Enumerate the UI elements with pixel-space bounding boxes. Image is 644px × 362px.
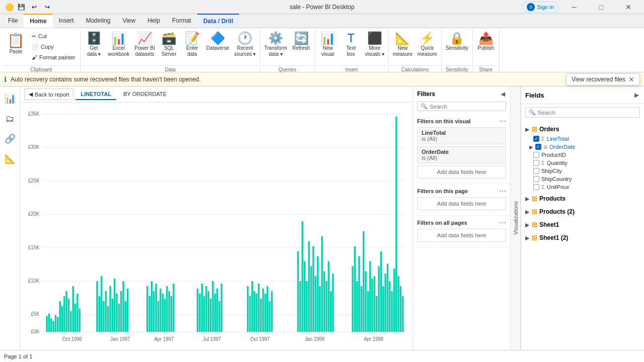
add-data-all-pages-btn[interactable]: Add data fields here: [417, 229, 506, 242]
dataverse-btn[interactable]: 🔷 Dataverse: [204, 31, 231, 64]
sidebar-data-icon[interactable]: 🗂: [2, 111, 18, 127]
sidebar-model-icon[interactable]: 🔗: [2, 131, 18, 147]
svg-rect-66: [210, 299, 211, 332]
field-item-quantity[interactable]: Σ Quantity: [521, 159, 644, 167]
sensitivity-btn[interactable]: 🔒 Sensitivity: [444, 31, 470, 64]
svg-rect-32: [96, 281, 98, 332]
tab-format[interactable]: Format: [166, 14, 197, 28]
orders-table-icon: ⊞: [531, 125, 537, 133]
back-to-report-btn[interactable]: ◀ Back to report: [24, 88, 73, 100]
chart-tabs: ◀ Back to report LINETOTAL BY ORDERDATE: [20, 86, 413, 103]
tab-file[interactable]: File: [2, 14, 24, 28]
quick-measure-btn[interactable]: ⚡ Quickmeasure: [416, 31, 439, 64]
enter-data-btn[interactable]: 📝 Enterdata: [181, 31, 203, 64]
visual-filters-more-btn[interactable]: ⋯: [499, 117, 506, 125]
close-btn[interactable]: ✕: [617, 0, 640, 14]
field-group-sheet1-header[interactable]: ▶ ⊞ Sheet1: [521, 219, 644, 230]
info-icon: ℹ: [4, 75, 7, 83]
field-group-sheet1-2-header[interactable]: ▶ ⊞ Sheet1 (2): [521, 232, 644, 243]
redo-btn[interactable]: ↪: [41, 1, 53, 13]
restore-btn[interactable]: □: [590, 0, 613, 14]
tab-view[interactable]: View: [116, 14, 141, 28]
field-group-orders-header[interactable]: ▶ ⊞ Orders: [521, 124, 644, 135]
field-item-linetotal[interactable]: ✓ Σ LineTotal: [521, 135, 644, 143]
tab-data-drill[interactable]: Data / Drill: [197, 14, 239, 28]
sign-in-button[interactable]: S Sign in: [522, 2, 558, 13]
svg-rect-65: [208, 291, 209, 332]
add-data-page-btn[interactable]: Add data fields here: [417, 197, 506, 210]
svg-text:Apr 1997: Apr 1997: [154, 336, 174, 342]
svg-rect-17: [48, 314, 50, 332]
all-pages-filters-more-btn[interactable]: ⋯: [499, 219, 506, 227]
publish-btn[interactable]: 📤 Publish: [475, 31, 497, 64]
chart-tab-linetotal[interactable]: LINETOTAL: [75, 89, 116, 100]
field-item-unitprice[interactable]: Σ UnitPrice: [521, 183, 644, 191]
new-measure-btn[interactable]: 📐 Newmeasure: [391, 31, 415, 64]
svg-text:Jul 1997: Jul 1997: [203, 336, 221, 342]
get-data-btn[interactable]: 🗄️ Getdata ▾: [83, 31, 105, 64]
chart-tab-by-orderdate[interactable]: BY ORDERDATE: [118, 89, 172, 100]
ribbon-tabs: File Home Insert Modeling View Help Form…: [0, 14, 644, 28]
field-item-productid[interactable]: ProductID: [521, 151, 644, 159]
tab-insert[interactable]: Insert: [53, 14, 80, 28]
filter-item-orderdate[interactable]: OrderDate is (All): [417, 146, 506, 163]
svg-rect-70: [218, 301, 220, 332]
minimize-btn[interactable]: ─: [562, 0, 586, 14]
cut-btn[interactable]: ✂ Cut: [29, 31, 78, 41]
tab-modeling[interactable]: Modeling: [80, 14, 117, 28]
status-bar: Page 1 of 1: [0, 350, 644, 362]
svg-rect-84: [297, 251, 299, 332]
field-item-shipcountry[interactable]: ShipCountry: [521, 175, 644, 183]
svg-text:Oct 1997: Oct 1997: [250, 336, 270, 342]
filters-search-icon: 🔍: [421, 103, 428, 110]
transform-data-btn[interactable]: ⚙️ Transformdata ▾: [262, 31, 289, 64]
format-painter-btn[interactable]: 🖌 Format painter: [29, 52, 78, 62]
svg-rect-51: [155, 284, 156, 332]
add-data-visual-btn[interactable]: Add data fields here: [417, 165, 506, 178]
svg-rect-55: [164, 299, 166, 332]
tab-help[interactable]: Help: [141, 14, 166, 28]
text-box-btn[interactable]: T Textbox: [340, 31, 362, 64]
excel-workbook-btn[interactable]: 📊 Excelworkbook: [106, 31, 132, 64]
field-group-products2-header[interactable]: ▶ ⊞ Products (2): [521, 206, 644, 217]
filters-collapse-btn[interactable]: ◀: [500, 89, 506, 99]
filters-title: Filters: [417, 90, 435, 98]
paste-btn[interactable]: 📋 Paste: [4, 31, 28, 64]
sidebar-report-icon[interactable]: 📊: [2, 90, 18, 107]
page-filters-more-btn[interactable]: ⋯: [499, 187, 506, 195]
more-visuals-btn[interactable]: ⬛ Morevisuals ▾: [363, 31, 386, 64]
shipcountry-label: ShipCountry: [541, 176, 572, 182]
filter-item-linetotal[interactable]: LineTotal is (All): [417, 127, 506, 144]
sheet1-label: Sheet1: [539, 221, 559, 228]
svg-rect-97: [326, 281, 327, 332]
left-sidebar: 📊 🗂 🔗 📐: [0, 86, 20, 350]
fields-search-input[interactable]: [538, 110, 636, 116]
tab-home[interactable]: Home: [24, 14, 52, 28]
fields-collapse-btn[interactable]: ▶: [633, 90, 640, 100]
new-visual-btn[interactable]: 📊 Newvisual: [317, 31, 339, 64]
refresh-btn[interactable]: 🔄 Refresh: [290, 31, 312, 64]
all-pages-filters-section: Filters on all pages ⋯ Add data fields h…: [413, 216, 510, 247]
svg-rect-57: [169, 291, 170, 332]
undo-btn[interactable]: ↩: [28, 1, 40, 13]
recent-sources-btn[interactable]: 🕐 Recentsources ▾: [232, 31, 258, 64]
save-quick-btn[interactable]: 💾: [15, 1, 27, 13]
field-item-shipcity[interactable]: ShipCity: [521, 167, 644, 175]
svg-rect-53: [159, 289, 161, 332]
svg-rect-72: [247, 286, 249, 332]
sql-server-btn[interactable]: 🗃️ SQLServer: [158, 31, 180, 64]
sidebar-dax-icon[interactable]: 📐: [2, 151, 18, 167]
powerbi-datasets-btn[interactable]: 📈 Power BIdatasets: [132, 31, 157, 64]
field-group-products-header[interactable]: ▶ ⊞ Products: [521, 193, 644, 204]
svg-rect-95: [321, 236, 323, 332]
svg-rect-61: [199, 294, 200, 332]
filters-search-input[interactable]: [430, 104, 503, 110]
svg-rect-21: [57, 317, 58, 332]
svg-text:£15K: £15K: [28, 244, 39, 250]
linetotal-sigma-icon: Σ: [541, 136, 545, 142]
field-item-orderdate[interactable]: ▶ ✓ ⊞ OrderDate: [521, 143, 644, 151]
view-recovered-btn[interactable]: View recovered files: [572, 76, 625, 83]
close-recovered-btn[interactable]: ✕: [628, 75, 634, 83]
info-message: Auto recovery contains some recovered fi…: [11, 76, 201, 83]
copy-btn[interactable]: 📄 Copy: [29, 42, 78, 52]
